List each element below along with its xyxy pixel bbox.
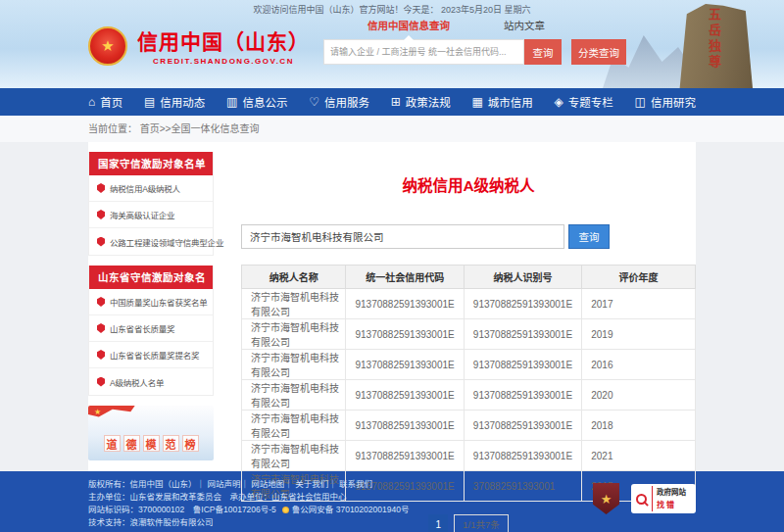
find-error-text: 政府网站 找错 <box>652 486 686 511</box>
cell-taxpayer-id: 91370882591393001E <box>464 289 581 319</box>
service-heart-icon: ♡ <box>309 96 319 108</box>
site-domain: CREDIT.SHANDONG.GOV.CN <box>137 57 310 66</box>
sidebar-item[interactable]: A级纳税人名单 <box>89 368 213 395</box>
moral-model-banner[interactable]: ★ 道德模范榜 <box>88 406 214 460</box>
cell-eval-year: 2017 <box>582 289 696 319</box>
sidebar-item[interactable]: 山东省省长质量奖 <box>89 315 213 342</box>
sidebar: 国家守信激励对象名单 纳税信用A级纳税人 海关高级认证企业 公路工程建设领域守信… <box>88 152 214 471</box>
nav-item[interactable]: ◫ 信用研究 <box>635 94 696 110</box>
footer-badges: ★ 政府网站 找错 <box>593 483 696 514</box>
nav-item-label: 信用研究 <box>651 94 696 110</box>
banner-char: 范 <box>163 435 179 452</box>
main-content: 纳税信用A级纳税人 查询 纳税人名称统一社会信用代码纳税人识别号评价年度 济宁市… <box>241 152 696 471</box>
main-nav: ⌂ 首页 ▤ 信用动态 ▥ 信息公示 ♡ 信用服务 ⊞ 政策法规 ▦ 城市信用 … <box>0 88 784 116</box>
disclosure-icon: ▥ <box>226 96 237 108</box>
cell-eval-year: 2016 <box>582 350 696 380</box>
cell-taxpayer-name: 济宁市海智机电科技有限公司 <box>242 319 346 350</box>
cell-credit-code: 91370882591393001E <box>346 350 464 380</box>
sidebar-item-label: A级纳税人名单 <box>110 376 164 388</box>
nav-item-label: 专题专栏 <box>568 94 613 110</box>
icp-link[interactable]: 鲁ICP备10017206号-5 <box>193 505 276 514</box>
cell-credit-code: 91370882591393001E <box>346 411 464 441</box>
banner-char: 模 <box>143 435 160 452</box>
magnifier-icon <box>636 494 647 505</box>
footer-link[interactable]: 网站声明 <box>197 479 241 489</box>
gov-shield-badge[interactable]: ★ <box>593 483 619 514</box>
sidebar-item-label: 纳税信用A级纳税人 <box>110 182 180 194</box>
sidebar-item[interactable]: 海关高级认证企业 <box>89 202 213 228</box>
footer-link[interactable]: 联系我们 <box>328 479 372 489</box>
topics-layers-icon: ◈ <box>555 96 564 108</box>
result-table: 纳税人名称统一社会信用代码纳税人识别号评价年度 济宁市海智机电科技有限公司 91… <box>241 265 696 502</box>
company-search-input[interactable] <box>241 224 564 249</box>
nav-item[interactable]: ▤ 信用动态 <box>144 94 205 110</box>
welcome-dateline: 欢迎访问信用中国（山东）官方网站！今天是： 2023年5月20日 星期六 <box>0 3 784 16</box>
medal-icon <box>97 323 105 333</box>
category-query-button[interactable]: 分类查询 <box>571 39 626 65</box>
nav-item[interactable]: ⌂ 首页 <box>88 94 122 110</box>
nav-item-label: 城市信用 <box>488 94 533 110</box>
sidebar-item-label: 山东省省长质量奖提名奖 <box>110 349 199 361</box>
stone-inscription: 五岳独尊 <box>705 8 723 71</box>
nav-item[interactable]: ▥ 信息公示 <box>226 94 287 110</box>
table-row: 济宁市海智机电科技有限公司 91370882591393001E 9137088… <box>242 289 696 319</box>
cell-eval-year: 2020 <box>582 380 696 411</box>
cell-taxpayer-name: 济宁市海智机电科技有限公司 <box>242 380 346 411</box>
breadcrumb-path[interactable]: 首页>>全国一体化信息查询 <box>140 123 260 134</box>
breadcrumb: 当前位置： 首页>>全国一体化信息查询 <box>88 116 696 142</box>
tab-site-articles[interactable]: 站内文章 <box>504 18 545 32</box>
footer-link[interactable]: 网站地图 <box>240 479 284 489</box>
find-error-badge[interactable]: 政府网站 找错 <box>631 484 696 513</box>
nav-item[interactable]: ♡ 信用服务 <box>309 94 369 110</box>
nav-item[interactable]: ▦ 城市信用 <box>472 94 533 110</box>
tab-credit-query[interactable]: 信用中国信息查询 <box>368 18 450 32</box>
header-search: 信用中国信息查询 站内文章 查询 分类查询 <box>323 18 627 65</box>
site-logo[interactable]: ★ 信用中国（山东） CREDIT.SHANDONG.GOV.CN <box>88 25 310 66</box>
cell-eval-year: 2018 <box>582 411 696 441</box>
header-query-button[interactable]: 查询 <box>524 39 562 65</box>
sidebar-item[interactable]: 山东省省长质量奖提名奖 <box>89 342 213 368</box>
sidebar-section-title: 山东省守信激励对象名单 <box>89 266 213 289</box>
national-emblem-icon: ★ <box>88 26 127 66</box>
site-code: 网站标识码：3700000102 <box>88 505 184 514</box>
cell-taxpayer-id: 91370882591393001E <box>464 441 581 471</box>
copyright-text: 版权所有：信用中国（山东） <box>88 479 197 489</box>
medal-icon <box>97 210 105 219</box>
cell-eval-year: 2019 <box>582 319 696 350</box>
table-row: 济宁市海智机电科技有限公司 91370882591393001E 9137088… <box>242 441 696 471</box>
sidebar-item[interactable]: 纳税信用A级纳税人 <box>89 175 213 202</box>
sidebar-item-label: 海关高级认证企业 <box>110 209 174 220</box>
sidebar-section-province: 山东省守信激励对象名单 中国质量奖山东省获奖名单 山东省省长质量奖 山东省省长质… <box>88 266 214 396</box>
cell-taxpayer-name: 济宁市海智机电科技有限公司 <box>242 350 346 380</box>
medal-icon <box>97 237 105 247</box>
medal-icon <box>97 183 105 193</box>
search-tabs: 信用中国信息查询 站内文章 <box>323 18 627 32</box>
query-button[interactable]: 查询 <box>568 224 610 249</box>
sidebar-item[interactable]: 公路工程建设领域守信典型企业 <box>89 228 213 255</box>
table-row: 济宁市海智机电科技有限公司 91370882591393001E 9137088… <box>242 319 696 350</box>
police-record-link[interactable]: 鲁公网安备 37010202001940号 <box>292 505 410 514</box>
table-row: 济宁市海智机电科技有限公司 91370882591393001E 9137088… <box>242 350 696 380</box>
cell-credit-code: 91370882591393001E <box>346 380 464 411</box>
cell-taxpayer-id: 91370882591393001E <box>464 319 581 350</box>
breadcrumb-bar: 当前位置： 首页>>全国一体化信息查询 <box>0 116 784 142</box>
cell-taxpayer-name: 济宁市海智机电科技有限公司 <box>242 289 346 319</box>
police-badge-icon <box>282 507 289 513</box>
home-icon: ⌂ <box>88 96 95 108</box>
cell-credit-code: 91370882591393001E <box>346 289 464 319</box>
city-building-icon: ▦ <box>472 96 483 108</box>
sidebar-item-label: 中国质量奖山东省获奖名单 <box>110 296 208 308</box>
sidebar-item-label: 公路工程建设领域守信典型企业 <box>110 236 223 248</box>
cell-taxpayer-name: 济宁市海智机电科技有限公司 <box>242 411 346 441</box>
nav-item[interactable]: ⊞ 政策法规 <box>391 94 451 110</box>
news-icon: ▤ <box>144 96 155 108</box>
site-title: 信用中国（山东） <box>137 25 310 55</box>
cell-credit-code: 91370882591393001E <box>346 319 464 350</box>
sidebar-section-national: 国家守信激励对象名单 纳税信用A级纳税人 海关高级认证企业 公路工程建设领域守信… <box>88 152 214 256</box>
footer-link[interactable]: 关于我们 <box>284 479 328 489</box>
medal-icon <box>97 377 105 387</box>
header-search-row: 查询 分类查询 <box>323 39 627 65</box>
header-search-input[interactable] <box>323 39 524 65</box>
nav-item-label: 首页 <box>100 94 122 110</box>
nav-item[interactable]: ◈ 专题专栏 <box>555 94 613 110</box>
